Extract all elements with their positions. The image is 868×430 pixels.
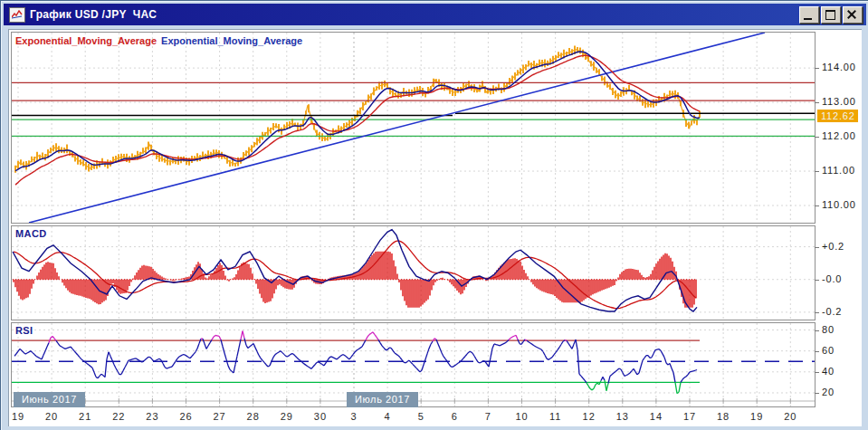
x-axis-day-label: 5 xyxy=(418,411,424,422)
x-axis-day-label: 7 xyxy=(485,411,491,422)
y-axis-label: 40 xyxy=(822,366,835,377)
y-axis-tick xyxy=(815,351,819,352)
month-badge-july: Июль 2017 xyxy=(347,392,418,407)
y-axis-label: 111.00 xyxy=(822,165,855,176)
y-axis-tick xyxy=(815,372,819,373)
current-price-tag: 112.62 xyxy=(817,110,858,122)
x-axis-day-label: 30 xyxy=(314,411,327,422)
y-axis-label: 114.00 xyxy=(822,62,856,72)
y-axis-label: 110.00 xyxy=(822,199,856,210)
y-axis-tick xyxy=(815,137,819,138)
month-badge-june: Июнь 2017 xyxy=(14,392,85,407)
close-button[interactable] xyxy=(843,6,863,24)
macd-main-line xyxy=(13,230,697,311)
maximize-icon xyxy=(825,10,835,20)
y-axis-tick xyxy=(815,280,819,281)
title-bar[interactable]: График USD /JPY ЧАС xyxy=(4,4,866,25)
x-axis-day-label: 6 xyxy=(452,411,458,422)
x-axis-day-label: 18 xyxy=(717,411,730,422)
x-axis-day-label: 14 xyxy=(650,411,663,422)
y-axis-tick xyxy=(815,247,819,248)
y-axis-tick xyxy=(815,102,819,103)
rsi-label: RSI xyxy=(15,325,33,336)
y-axis-label: 80 xyxy=(822,324,835,335)
x-axis-day-label: 27 xyxy=(213,411,225,422)
x-axis-day-label: 23 xyxy=(146,411,158,422)
x-axis-day-label: 12 xyxy=(583,411,596,422)
x-axis-day-label: 28 xyxy=(247,411,260,422)
y-axis-tick xyxy=(815,330,819,331)
x-axis-day-label: 19 xyxy=(12,411,24,422)
price-chart[interactable] xyxy=(12,33,815,223)
x-axis-day-label: 20 xyxy=(784,411,796,422)
maximize-button[interactable] xyxy=(821,6,841,24)
minimize-button[interactable] xyxy=(799,6,819,24)
y-axis-label: -0.0 xyxy=(822,273,842,284)
x-axis-day-label: 19 xyxy=(750,411,763,422)
y-axis-tick xyxy=(815,205,819,206)
chart-icon xyxy=(9,7,25,23)
ema-fast-label: Exponential_Moving_Average xyxy=(15,35,157,46)
y-axis-label: -0.2 xyxy=(822,306,842,317)
candle-series xyxy=(15,45,700,172)
x-axis-day-label: 13 xyxy=(616,411,629,422)
x-axis-day-label: 20 xyxy=(45,411,58,422)
price-panel[interactable]: Exponential_Moving_AverageExponential_Mo… xyxy=(11,32,816,224)
y-axis-label: 20 xyxy=(822,387,835,397)
macd-signal-line xyxy=(14,241,696,309)
y-axis-label: 113.00 xyxy=(822,96,856,107)
x-axis-day-label: 21 xyxy=(79,411,91,422)
window-controls xyxy=(799,6,863,24)
window-title: График USD /JPY ЧАС xyxy=(30,8,157,21)
x-axis-day-label: 22 xyxy=(112,411,125,422)
macd-panel[interactable]: MACD xyxy=(11,225,816,320)
x-axis-day-label: 17 xyxy=(683,411,696,422)
y-axis-tick xyxy=(815,312,819,313)
y-axis-label: 112.00 xyxy=(822,130,856,141)
price-line xyxy=(15,50,700,168)
ema-slow-label: Exponential_Moving_Average xyxy=(161,35,302,46)
indicator-labels: Exponential_Moving_AverageExponential_Mo… xyxy=(15,35,302,46)
x-axis-day-label: 26 xyxy=(179,411,192,422)
trendline xyxy=(29,33,765,223)
macd-label: MACD xyxy=(15,228,47,239)
x-axis-day-label: 10 xyxy=(515,411,528,422)
chart-window: График USD /JPY ЧАС Exponential_Moving_A… xyxy=(0,0,868,430)
macd-chart[interactable] xyxy=(12,226,815,320)
chart-area: Exponential_Moving_AverageExponential_Mo… xyxy=(8,29,862,426)
y-axis-tick xyxy=(815,393,819,394)
x-axis-day-label: 3 xyxy=(350,411,357,422)
y-axis-label: +0.2 xyxy=(822,241,844,252)
y-axis-tick xyxy=(815,171,819,172)
x-axis-day-label: 29 xyxy=(281,411,293,422)
y-axis-tick xyxy=(815,68,819,69)
minimize-icon xyxy=(804,18,812,20)
y-axis-label: 60 xyxy=(822,345,835,356)
x-axis-day-label: 4 xyxy=(385,411,391,422)
x-axis-day-label: 11 xyxy=(549,411,561,422)
